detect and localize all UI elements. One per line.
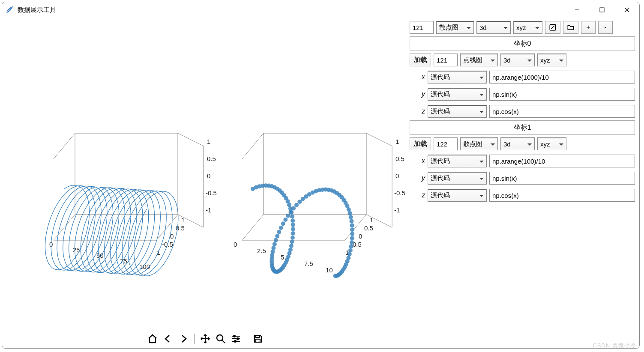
dim-select-1[interactable]: 3d bbox=[500, 137, 535, 150]
expr-input[interactable] bbox=[489, 189, 635, 202]
axes-mode-select-0[interactable]: xyz bbox=[537, 54, 566, 66]
configure-icon[interactable] bbox=[230, 332, 243, 345]
svg-line-21 bbox=[345, 215, 366, 240]
plot-area: 1 0.5 0 -0.5 -1 1 0.5 0 -0.5 -1 0 25 bbox=[2, 18, 408, 348]
zoom-icon[interactable] bbox=[214, 332, 227, 345]
separator bbox=[194, 334, 195, 344]
axes-mode-select-1[interactable]: xyz bbox=[537, 137, 566, 150]
section-header-1: 坐标1 bbox=[410, 120, 635, 135]
svg-rect-132 bbox=[256, 339, 260, 342]
window-title: 数据展示工具 bbox=[18, 6, 56, 14]
pan-icon[interactable] bbox=[199, 332, 212, 345]
coord-row-0-x: x 源代码 bbox=[410, 71, 635, 84]
z-tick: -1 bbox=[206, 206, 211, 214]
x-tick: 0 bbox=[234, 241, 237, 248]
subplot-input[interactable] bbox=[410, 21, 434, 34]
z-tick: 0 bbox=[207, 172, 210, 179]
minimize-button[interactable] bbox=[565, 2, 590, 18]
section-1-controls: 加载 散点图 3d xyz bbox=[410, 137, 635, 150]
svg-point-80 bbox=[281, 221, 285, 226]
chart-type-select-0[interactable]: 点线图 bbox=[460, 54, 498, 66]
svg-point-49 bbox=[291, 236, 295, 240]
app-icon bbox=[6, 6, 13, 14]
expr-input[interactable] bbox=[489, 105, 635, 118]
add-button[interactable]: + bbox=[581, 21, 596, 34]
expr-input[interactable] bbox=[489, 155, 635, 167]
subplot-input-1[interactable] bbox=[434, 137, 458, 150]
src-type-select[interactable]: 源代码 bbox=[428, 172, 487, 185]
svg-point-106 bbox=[349, 215, 353, 219]
svg-point-75 bbox=[273, 242, 277, 246]
expr-input[interactable] bbox=[489, 172, 635, 185]
axis-label: z bbox=[410, 107, 425, 115]
svg-point-113 bbox=[349, 245, 353, 249]
svg-line-12 bbox=[54, 133, 75, 159]
svg-rect-131 bbox=[256, 335, 259, 337]
svg-line-23 bbox=[242, 133, 264, 159]
svg-point-85 bbox=[294, 203, 299, 207]
maximize-button[interactable] bbox=[590, 2, 614, 18]
z-tick: 1 bbox=[207, 138, 210, 145]
draw-button[interactable] bbox=[545, 21, 560, 34]
svg-point-48 bbox=[291, 231, 295, 236]
expr-input[interactable] bbox=[489, 88, 635, 101]
x-tick: 10 bbox=[326, 266, 333, 274]
coord-row-1-y: y 源代码 bbox=[410, 172, 635, 185]
remove-button[interactable]: - bbox=[598, 21, 613, 34]
home-icon[interactable] bbox=[146, 332, 159, 345]
y-tick: 1 bbox=[181, 216, 185, 224]
svg-point-129 bbox=[237, 338, 239, 340]
z-tick: 0.5 bbox=[395, 155, 404, 162]
y-tick: 0.5 bbox=[364, 224, 373, 232]
svg-point-47 bbox=[291, 227, 295, 231]
y-tick: 1 bbox=[370, 216, 373, 224]
coord-row-0-z: z 源代码 bbox=[410, 105, 635, 118]
svg-point-128 bbox=[234, 335, 235, 337]
src-type-select[interactable]: 源代码 bbox=[428, 155, 487, 167]
expr-input[interactable] bbox=[489, 71, 635, 84]
back-icon[interactable] bbox=[162, 332, 174, 345]
load-button[interactable]: 加载 bbox=[410, 54, 431, 66]
chart-type-select[interactable]: 散点图 bbox=[436, 21, 474, 34]
svg-point-111 bbox=[350, 236, 354, 240]
z-tick: -0.5 bbox=[206, 189, 216, 197]
svg-point-73 bbox=[271, 250, 275, 254]
x-tick: 2.5 bbox=[257, 247, 266, 254]
svg-point-112 bbox=[350, 240, 354, 245]
svg-point-107 bbox=[349, 219, 353, 224]
svg-point-41 bbox=[287, 203, 291, 207]
axes-mode-select[interactable]: xyz bbox=[513, 21, 542, 34]
z-tick: -0.5 bbox=[394, 189, 405, 197]
dim-select-0[interactable]: 3d bbox=[500, 54, 535, 66]
content-area: 1 0.5 0 -0.5 -1 1 0.5 0 -0.5 -1 0 25 bbox=[2, 18, 639, 348]
load-button[interactable]: 加载 bbox=[410, 137, 431, 150]
src-type-select[interactable]: 源代码 bbox=[428, 71, 487, 84]
svg-point-51 bbox=[289, 244, 294, 248]
coord-row-1-z: z 源代码 bbox=[410, 189, 635, 202]
save-icon[interactable] bbox=[252, 332, 264, 345]
src-type-select[interactable]: 源代码 bbox=[428, 189, 487, 202]
svg-line-24 bbox=[366, 133, 392, 146]
forward-icon[interactable] bbox=[177, 332, 190, 345]
svg-point-84 bbox=[291, 206, 296, 210]
watermark: CSDN @微小冷 bbox=[593, 342, 636, 349]
z-tick: 0 bbox=[395, 172, 399, 179]
x-tick: 5 bbox=[281, 254, 284, 261]
src-type-select[interactable]: 源代码 bbox=[428, 88, 487, 101]
dim-select[interactable]: 3d bbox=[476, 21, 511, 34]
chart-type-select-1[interactable]: 散点图 bbox=[460, 137, 498, 150]
close-button[interactable] bbox=[614, 2, 639, 18]
axis-label: x bbox=[410, 73, 425, 81]
axis-label: x bbox=[410, 157, 425, 165]
side-panel: 散点图 3d xyz + - 坐标0 加载 点线图 3d xyz x 源代码 bbox=[408, 18, 639, 348]
open-folder-button[interactable] bbox=[563, 21, 578, 34]
svg-point-46 bbox=[291, 223, 295, 227]
subplot-121: 1 0.5 0 -0.5 -1 1 0.5 0 -0.5 -1 0 25 bbox=[28, 103, 216, 274]
svg-point-126 bbox=[333, 274, 338, 278]
svg-point-114 bbox=[348, 248, 353, 253]
src-type-select[interactable]: 源代码 bbox=[428, 105, 487, 118]
plot-canvas[interactable]: 1 0.5 0 -0.5 -1 1 0.5 0 -0.5 -1 0 25 bbox=[2, 18, 408, 329]
global-row: 散点图 3d xyz + - bbox=[410, 21, 635, 34]
subplot-input-0[interactable] bbox=[434, 54, 458, 66]
svg-point-109 bbox=[350, 227, 354, 232]
